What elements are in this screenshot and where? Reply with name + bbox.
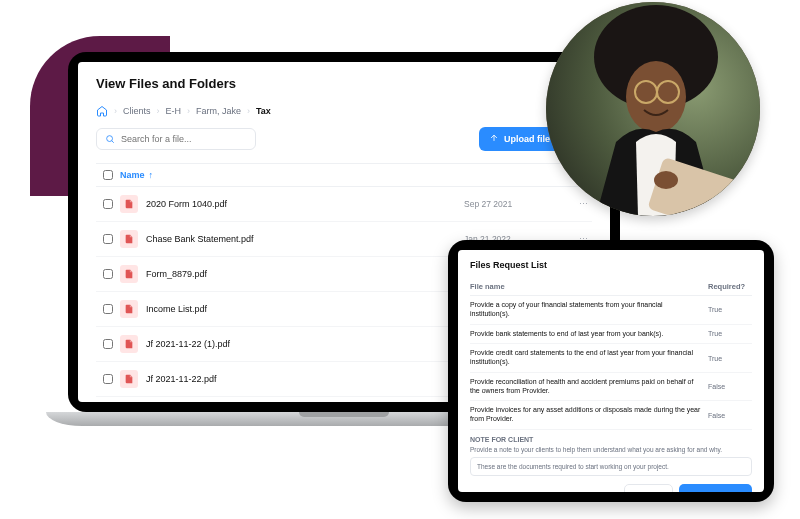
row-checkbox[interactable] bbox=[103, 269, 113, 279]
breadcrumb-item[interactable]: Farm, Jake bbox=[196, 106, 241, 116]
request-row: Provide credit card statements to the en… bbox=[470, 344, 752, 373]
hero-photo bbox=[546, 2, 760, 216]
row-checkbox[interactable] bbox=[103, 339, 113, 349]
send-request-button[interactable]: Send Request bbox=[679, 484, 752, 492]
tablet-frame: Files Request List File name Required? P… bbox=[448, 240, 774, 502]
chevron-right-icon: › bbox=[247, 106, 250, 116]
pdf-icon bbox=[120, 265, 138, 283]
request-name: Provide reconciliation of health and acc… bbox=[470, 378, 708, 396]
col-required: Required? bbox=[708, 282, 752, 291]
note-sub: Provide a note to your clients to help t… bbox=[470, 446, 752, 453]
request-required: True bbox=[708, 330, 752, 337]
request-table-header: File name Required? bbox=[470, 278, 752, 296]
note-input[interactable]: These are the documents required to star… bbox=[470, 457, 752, 476]
search-input[interactable] bbox=[121, 134, 247, 144]
file-name: Jf 2021-11-22 (1).pdf bbox=[146, 339, 464, 349]
request-list: Provide a copy of your financial stateme… bbox=[470, 296, 752, 430]
upload-icon bbox=[489, 133, 499, 145]
pdf-icon bbox=[120, 370, 138, 388]
request-name: Provide a copy of your financial stateme… bbox=[470, 301, 708, 319]
file-name: Income List.pdf bbox=[146, 304, 464, 314]
col-filename: File name bbox=[470, 282, 708, 291]
search-icon bbox=[105, 134, 115, 144]
pdf-icon bbox=[120, 230, 138, 248]
request-row: Provide bank statements to end of last y… bbox=[470, 325, 752, 345]
file-date: Sep 27 2021 bbox=[464, 199, 564, 209]
request-title: Files Request List bbox=[470, 260, 752, 270]
search-input-wrap[interactable] bbox=[96, 128, 256, 150]
row-checkbox[interactable] bbox=[103, 199, 113, 209]
request-required: False bbox=[708, 412, 752, 419]
sort-asc-icon: ↑ bbox=[149, 170, 154, 180]
file-name: Form_8879.pdf bbox=[146, 269, 464, 279]
request-name: Provide credit card statements to the en… bbox=[470, 349, 708, 367]
breadcrumb-item[interactable]: E-H bbox=[166, 106, 182, 116]
request-actions: Cancel Send Request bbox=[470, 484, 752, 492]
more-icon[interactable]: ⋯ bbox=[564, 199, 592, 209]
select-all-checkbox[interactable] bbox=[103, 170, 113, 180]
chevron-right-icon: › bbox=[157, 106, 160, 116]
request-required: True bbox=[708, 355, 752, 362]
request-name: Provide bank statements to end of last y… bbox=[470, 330, 708, 339]
chevron-right-icon: › bbox=[114, 106, 117, 116]
row-checkbox[interactable] bbox=[103, 304, 113, 314]
home-icon[interactable] bbox=[96, 105, 108, 117]
pdf-icon bbox=[120, 195, 138, 213]
page-title: View Files and Folders bbox=[96, 76, 592, 91]
breadcrumb-current: Tax bbox=[256, 106, 271, 116]
svg-point-8 bbox=[654, 171, 678, 189]
file-name: Chase Bank Statement.pdf bbox=[146, 234, 464, 244]
request-name: Provide invoices for any asset additions… bbox=[470, 406, 708, 424]
upload-label: Upload file bbox=[504, 134, 550, 144]
request-app: Files Request List File name Required? P… bbox=[458, 250, 764, 492]
svg-point-0 bbox=[107, 136, 113, 142]
file-list-header: Name ↑ bbox=[96, 163, 592, 187]
file-row[interactable]: 2020 Form 1040.pdfSep 27 2021⋯ bbox=[96, 187, 592, 222]
name-column-header[interactable]: Name ↑ bbox=[120, 170, 592, 180]
row-checkbox[interactable] bbox=[103, 234, 113, 244]
note-label: NOTE FOR CLIENT bbox=[470, 436, 752, 443]
row-checkbox[interactable] bbox=[103, 374, 113, 384]
breadcrumb-item[interactable]: Clients bbox=[123, 106, 151, 116]
request-required: False bbox=[708, 383, 752, 390]
request-required: True bbox=[708, 306, 752, 313]
request-row: Provide reconciliation of health and acc… bbox=[470, 373, 752, 402]
toolbar: Upload file bbox=[96, 127, 592, 151]
request-row: Provide invoices for any asset additions… bbox=[470, 401, 752, 430]
request-row: Provide a copy of your financial stateme… bbox=[470, 296, 752, 325]
file-name: 2020 Form 1040.pdf bbox=[146, 199, 464, 209]
chevron-right-icon: › bbox=[187, 106, 190, 116]
breadcrumb: › Clients › E-H › Farm, Jake › Tax bbox=[96, 105, 592, 117]
cancel-button[interactable]: Cancel bbox=[624, 484, 672, 492]
pdf-icon bbox=[120, 335, 138, 353]
pdf-icon bbox=[120, 300, 138, 318]
file-name: Jf 2021-11-22.pdf bbox=[146, 374, 464, 384]
